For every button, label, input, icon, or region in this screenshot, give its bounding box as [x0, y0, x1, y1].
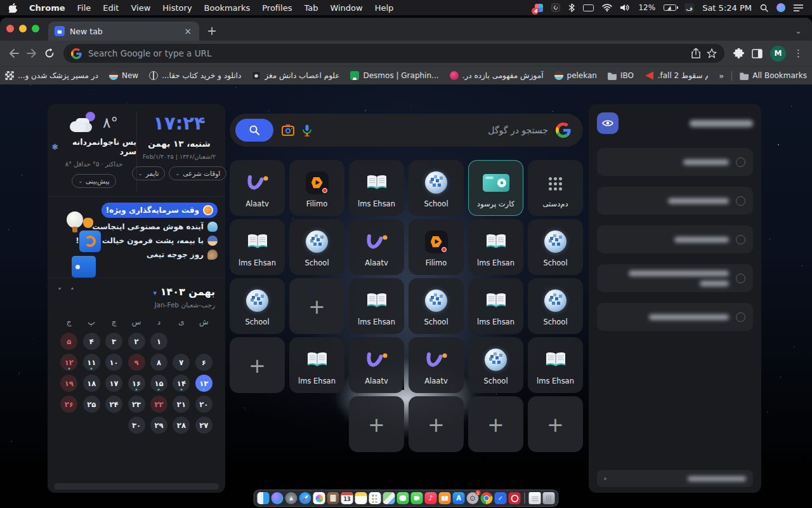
shortcut-tile-book[interactable]: lms Ehsan — [349, 278, 404, 334]
todo-item-blurred[interactable] — [597, 225, 753, 253]
wifi-icon[interactable] — [602, 4, 612, 11]
shortcut-tile-alaatv[interactable]: Alaatv — [230, 160, 285, 216]
menu-item-chrome[interactable]: Chrome — [29, 3, 65, 13]
todo-item-blurred[interactable] — [597, 148, 753, 176]
bookmark-star-icon[interactable] — [707, 48, 717, 58]
battery-charging-icon[interactable] — [664, 4, 676, 11]
menu-item-bookmarks[interactable]: Bookmarks — [204, 3, 251, 13]
task-checkbox[interactable] — [736, 235, 745, 244]
menu-item-profiles[interactable]: Profiles — [262, 3, 292, 13]
device-battery-icon[interactable] — [583, 4, 594, 11]
menu-item-file[interactable]: File — [77, 3, 91, 13]
forecast-button[interactable]: پیش‌بینی⌄ — [72, 174, 115, 188]
calendar-day[interactable]: ۲۰ — [195, 396, 213, 413]
reload-button[interactable] — [41, 44, 58, 62]
shortcut-tile-school[interactable]: School — [468, 337, 523, 393]
task-checkbox[interactable] — [736, 312, 745, 322]
shortcut-tile-alaatv[interactable]: Alaatv — [409, 337, 464, 393]
calendar-day[interactable]: ۲۷ — [195, 417, 213, 434]
task-checkbox[interactable] — [736, 157, 745, 167]
shortcut-tile-school[interactable]: School — [409, 278, 464, 334]
shortcut-tile-book[interactable]: lms Ehsan — [349, 160, 404, 216]
add-shortcut-tile[interactable]: + — [349, 396, 404, 452]
dock-app-books[interactable] — [439, 492, 451, 504]
browser-menu-icon[interactable]: ⋮ — [794, 48, 803, 59]
spotlight-icon[interactable] — [760, 4, 768, 12]
shortcut-tile-book[interactable]: lms Ehsan — [230, 219, 285, 275]
dock-app-siri[interactable] — [272, 492, 284, 504]
dock-app-maps[interactable] — [383, 492, 395, 504]
shortcut-tile-book[interactable]: lms Ehsan — [468, 219, 523, 275]
calendar-day[interactable]: ۱۶ — [128, 375, 145, 392]
share-icon[interactable] — [691, 48, 700, 58]
calendar-day[interactable]: ۲۶ — [60, 396, 77, 413]
bookmarks-overflow-chevron[interactable]: » — [719, 71, 724, 81]
calendar-day[interactable]: ۵ — [60, 333, 77, 350]
shortcut-tile-book[interactable]: lms Ehsan — [468, 278, 523, 334]
dock-app-facetime[interactable] — [411, 492, 423, 504]
shortcut-tile-card[interactable]: کارت پرسود — [468, 160, 523, 216]
calendar-day[interactable]: ۲ — [128, 333, 145, 350]
tab-close-icon[interactable]: × — [183, 26, 193, 36]
input-source-icon[interactable]: ف — [684, 3, 694, 13]
profile-avatar[interactable]: M — [770, 46, 786, 62]
calendar-day[interactable]: ۸ — [150, 354, 167, 371]
calendar-day[interactable]: ۷ — [173, 354, 190, 371]
menu-item-history[interactable]: History — [162, 3, 192, 13]
bookmark-item[interactable]: دانلود و خرید کتاب حقا... — [149, 71, 241, 80]
panel-footer-handle[interactable] — [54, 483, 219, 490]
shortcut-tile-school[interactable]: School — [409, 160, 464, 216]
bookmark-item[interactable]: New — [109, 71, 138, 80]
calendar-day[interactable]: ۱۴ — [173, 375, 190, 392]
calendar-prev-button[interactable]: ˄ — [70, 287, 74, 296]
task-checkbox[interactable] — [736, 196, 745, 206]
calendar-day[interactable]: ۱۳ — [195, 375, 213, 392]
dock-app-reminders[interactable] — [369, 492, 381, 504]
google-lens-icon[interactable] — [282, 124, 294, 136]
add-shortcut-tile[interactable]: + — [230, 337, 285, 393]
google-search-bar[interactable]: جستجو در گوگل — [230, 114, 583, 147]
menu-item-edit[interactable]: Edit — [103, 3, 119, 13]
new-tab-button[interactable]: + — [207, 23, 217, 41]
dock-app-trash[interactable] — [543, 492, 555, 504]
add-shortcut-tile[interactable]: + — [468, 396, 523, 452]
menu-item-help[interactable]: Help — [375, 3, 394, 13]
tab-search-chevron-icon[interactable]: ⌄ — [795, 26, 802, 36]
bluetooth-icon[interactable] — [568, 3, 575, 12]
calendar-day[interactable]: ۲۹ — [150, 417, 167, 434]
bookmark-item[interactable]: آموزش مفهومی بازده در... — [450, 71, 544, 80]
calendar-day[interactable]: ۹ — [128, 354, 145, 371]
apple-icon[interactable] — [9, 3, 17, 13]
calendar-day[interactable]: ۲۲ — [150, 396, 167, 413]
visibility-toggle-button[interactable] — [597, 112, 619, 134]
shortcut-tile-grid[interactable]: دم‌دستی — [528, 160, 583, 216]
calendar-next-button[interactable]: ˅ — [58, 287, 62, 296]
news-item[interactable]: آینده هوش مصنوعی اینجاست — [92, 222, 218, 232]
todo-item-blurred[interactable] — [597, 303, 753, 331]
control-center-icon[interactable] — [794, 4, 803, 11]
dock-app-finder[interactable] — [258, 492, 270, 504]
forward-button[interactable] — [23, 44, 41, 62]
dock-app-messages[interactable] — [397, 492, 409, 504]
menu-item-window[interactable]: Window — [330, 3, 362, 13]
tab-new-tab[interactable]: New tab × — [48, 22, 199, 41]
calendar-day[interactable]: ۶ — [195, 354, 213, 371]
dock-app-settings[interactable]: 1 — [467, 492, 479, 504]
all-bookmarks-button[interactable]: All Bookmarks — [740, 71, 807, 80]
shortcut-tile-filimo[interactable]: Filimo — [409, 219, 464, 275]
calendar-day[interactable]: ۱۹ — [60, 375, 77, 392]
bookmark-item[interactable]: دانلود فیلم سقوط fall 2... — [645, 71, 708, 80]
menu-item-view[interactable]: View — [131, 3, 150, 13]
calendar-day[interactable]: ۴ — [83, 333, 100, 350]
shortcut-tile-school[interactable]: School — [289, 219, 344, 275]
calendar-day[interactable]: ۲۸ — [173, 417, 190, 434]
address-bar[interactable]: Search Google or type a URL — [63, 44, 724, 63]
bookmark-item[interactable]: pelekan — [554, 71, 597, 80]
calendar-day[interactable]: ۱۷ — [105, 375, 122, 392]
dock-app-contacts[interactable] — [327, 492, 339, 504]
prayer-times-button[interactable]: اوقات شرعی⌄ — [169, 166, 226, 180]
dock-app-photos[interactable] — [313, 492, 325, 504]
shortcut-tile-filimo[interactable]: Filimo — [289, 160, 344, 216]
voice-search-icon[interactable] — [303, 124, 311, 137]
menu-clock[interactable]: Sat 5:24 PM — [702, 3, 752, 13]
